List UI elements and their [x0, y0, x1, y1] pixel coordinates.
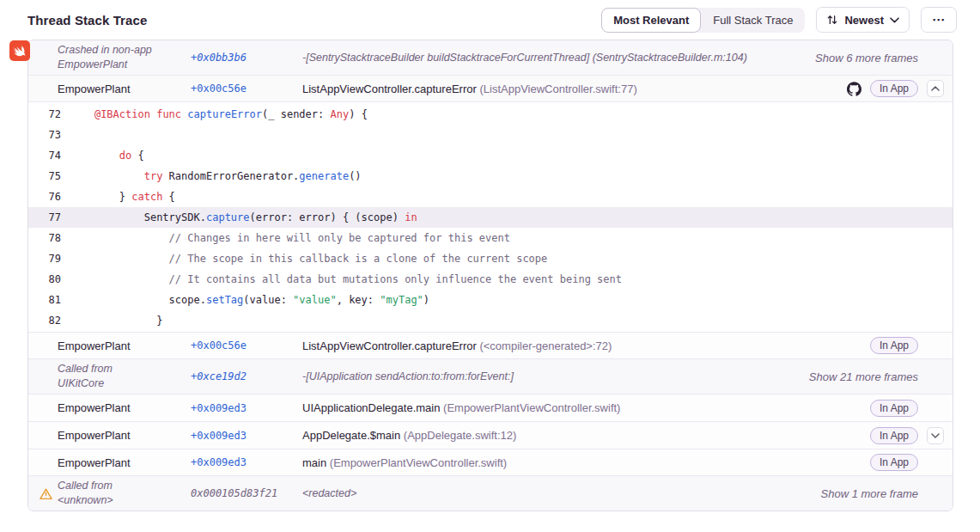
frame-address: +0x009ed3 — [191, 456, 302, 468]
frame-actions: In App — [847, 80, 944, 97]
code-token: RandomErrorGenerator. — [162, 170, 299, 182]
frame-row-uiapplicationdelegate-main[interactable]: EmpowerPlant +0x009ed3 UIApplicationDele… — [28, 394, 953, 422]
line-number: 77 — [28, 207, 70, 228]
code-text: scope.setTag(value: "value", key: "myTag… — [70, 290, 953, 310]
frame-actions: Show 21 more frames — [809, 370, 944, 383]
code-line-74: 74 do { — [28, 145, 953, 166]
frame-file: (<compiler-generated>:72) — [479, 339, 612, 352]
frame-package: Called from UIKitCore — [58, 362, 191, 392]
code-text: } catch { — [70, 187, 953, 207]
show-more-frames-link[interactable]: Show 6 more frames — [815, 52, 918, 64]
frame-package: EmpowerPlant — [58, 401, 191, 414]
frame-address: +0xce19d2 — [191, 370, 302, 382]
code-text: try RandomErrorGenerator.generate() — [70, 166, 953, 187]
toggle-most-relevant[interactable]: Most Relevant — [601, 8, 701, 33]
code-token: catch — [131, 191, 162, 203]
code-line-72: 72 @IBAction func captureError(_ sender:… — [28, 104, 953, 125]
code-token: (value: — [243, 294, 293, 306]
line-number: 82 — [28, 310, 70, 331]
warning-icon — [39, 486, 58, 501]
code-token: { — [162, 191, 174, 203]
code-token: // The scope in this callback is a clone… — [169, 253, 548, 265]
frame-actions: Show 1 more frame — [821, 487, 944, 500]
frame-address: +0x009ed3 — [191, 430, 302, 442]
code-line-80: 80 // It contains all data but mutations… — [28, 269, 953, 290]
code-line-79: 79 // The scope in this callback is a cl… — [28, 248, 953, 269]
code-text: @IBAction func captureError(_ sender: An… — [70, 104, 953, 125]
code-text: // It contains all data but mutations on… — [70, 269, 953, 290]
frame-file: (ListAppViewController.swift:77) — [479, 83, 636, 95]
line-number: 75 — [28, 166, 70, 187]
code-token: Any — [331, 108, 350, 120]
code-line-75: 75 try RandomErrorGenerator.generate() — [28, 166, 953, 187]
sort-label: Newest — [844, 14, 884, 27]
frame-actions: In App — [870, 337, 944, 354]
code-token — [70, 232, 169, 244]
code-token: } — [70, 191, 131, 203]
frame-file: (SentryStacktraceBuilder.m:104) — [593, 52, 747, 64]
code-token — [70, 150, 119, 162]
header: Thread Stack Trace Most Relevant Full St… — [27, 0, 957, 40]
frame-function: -[UIApplication sendAction:to:from:forEv… — [302, 370, 809, 382]
code-text: } — [70, 310, 953, 331]
toggle-full-stack-trace[interactable]: Full Stack Trace — [701, 8, 805, 33]
frame-function: ListAppViewController.captureError (<com… — [302, 339, 870, 352]
in-app-badge: In App — [870, 400, 918, 417]
frame-package: EmpowerPlant — [58, 429, 191, 442]
frame-function: main (EmpowerPlantViewController.swift) — [302, 456, 870, 469]
frame-row-captureerror-compiler[interactable]: EmpowerPlant +0x00c56e ListAppViewContro… — [28, 333, 953, 359]
code-token: { — [131, 150, 143, 162]
frame-file: (EmpowerPlantViewController.swift) — [330, 456, 507, 469]
frame-package: EmpowerPlant — [58, 83, 191, 95]
frame-row-appdelegate-main[interactable]: EmpowerPlant +0x009ed3 AppDelegate.$main… — [28, 422, 953, 449]
view-toggle: Most Relevant Full Stack Trace — [601, 8, 805, 33]
line-number: 80 — [28, 269, 70, 290]
show-more-frames-link[interactable]: Show 21 more frames — [809, 370, 918, 383]
page-title: Thread Stack Trace — [27, 13, 147, 28]
chevron-slot-empty — [927, 337, 944, 354]
show-more-frames-link[interactable]: Show 1 more frame — [821, 487, 918, 500]
frame-row-main[interactable]: EmpowerPlant +0x009ed3 main (EmpowerPlan… — [28, 449, 953, 476]
code-line-73: 73 — [28, 125, 953, 145]
frame-address: +0x00c56e — [191, 83, 302, 95]
frame-actions: In App — [870, 454, 944, 471]
code-text: SentrySDK.capture(error: error) { (scope… — [70, 207, 953, 228]
frame-row-captureerror-expanded[interactable]: EmpowerPlant +0x00c56e ListAppViewContro… — [28, 76, 953, 102]
line-number: 79 — [28, 248, 70, 269]
code-token: // Changes in here will only be captured… — [169, 232, 510, 244]
frame-row-collapsed-uikitcore[interactable]: Called from UIKitCore +0xce19d2 -[UIAppl… — [28, 359, 953, 394]
code-token: scope. — [70, 294, 206, 306]
code-token: generate — [299, 170, 349, 182]
sort-newest-button[interactable]: Newest — [816, 7, 910, 33]
swift-platform-icon — [9, 40, 30, 61]
code-token: func — [156, 108, 181, 120]
frame-package: EmpowerPlant — [58, 456, 191, 469]
in-app-badge: In App — [870, 80, 918, 97]
chevron-slot-empty — [927, 454, 944, 471]
frame-row-collapsed-crashed[interactable]: Crashed in non-app EmpowerPlant +0x0bb3b… — [28, 40, 953, 76]
code-token: ) — [423, 294, 429, 306]
in-app-badge: In App — [870, 337, 918, 354]
code-token — [70, 273, 169, 285]
more-options-button[interactable]: ⋯ — [921, 7, 957, 33]
code-token: ) { — [349, 108, 368, 120]
code-token: capture — [206, 211, 250, 223]
line-number: 72 — [28, 104, 70, 125]
in-app-badge: In App — [870, 454, 918, 471]
collapse-frame-button[interactable] — [927, 80, 944, 97]
frame-function: ListAppViewController.captureError (List… — [302, 83, 847, 95]
frame-row-collapsed-unknown[interactable]: Called from <unknown> 0x000105d83f21 <re… — [28, 476, 953, 511]
code-token: try — [144, 170, 163, 182]
github-icon[interactable] — [847, 82, 861, 96]
line-number: 78 — [28, 228, 70, 248]
chevron-slot-empty — [927, 400, 944, 417]
frame-address: +0x00c56e — [191, 339, 302, 352]
code-line-76: 76 } catch { — [28, 187, 953, 207]
code-line-81: 81 scope.setTag(value: "value", key: "my… — [28, 290, 953, 310]
frame-package: Called from <unknown> — [58, 479, 191, 509]
expand-frame-button[interactable] — [927, 427, 944, 444]
frame-package: EmpowerPlant — [58, 339, 191, 352]
code-token: } — [70, 315, 162, 327]
frame-address: 0x000105d83f21 — [191, 487, 302, 499]
frame-address: +0x0bb3b6 — [191, 52, 302, 64]
